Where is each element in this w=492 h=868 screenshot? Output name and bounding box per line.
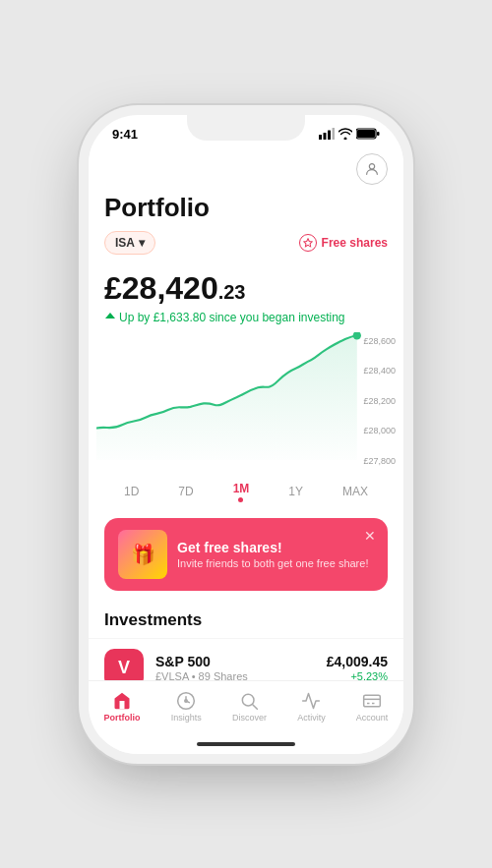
home-icon: [112, 691, 132, 711]
time-range-1m[interactable]: 1M: [229, 480, 254, 504]
nav-item-insights[interactable]: Insights: [163, 689, 210, 724]
svg-rect-13: [364, 695, 381, 707]
main-value-decimal: .23: [218, 281, 246, 303]
time-range-7d[interactable]: 7D: [174, 483, 197, 500]
time-range-1d-label: 1D: [124, 485, 139, 498]
free-shares-icon: [299, 234, 317, 252]
phone-frame: 9:41: [89, 115, 403, 754]
nav-label-insights: Insights: [171, 713, 202, 723]
promo-title: Get free shares!: [177, 540, 374, 555]
main-value: £28,420: [104, 270, 218, 306]
promo-emoji: 🎁: [131, 543, 155, 566]
free-shares-button[interactable]: Free shares: [299, 234, 388, 252]
account-icon: [362, 691, 382, 711]
account-type-label: ISA: [115, 236, 135, 250]
time-range-1y[interactable]: 1Y: [284, 483, 307, 500]
svg-rect-6: [377, 132, 380, 136]
investment-sub: £VLSA • 89 Shares: [155, 670, 315, 680]
activity-icon: [301, 691, 321, 711]
controls-row: ISA ▾ Free shares: [89, 231, 403, 266]
time-range-max[interactable]: MAX: [338, 483, 372, 500]
page-title: Portfolio: [89, 189, 403, 231]
signal-icon: [319, 128, 335, 140]
promo-close-button[interactable]: ✕: [364, 528, 376, 544]
chart-y-label-3: £28,200: [363, 396, 396, 406]
screen-content: Portfolio ISA ▾ Free shares £28,420.23: [89, 145, 403, 680]
nav-item-activity[interactable]: Activity: [289, 689, 334, 724]
home-bar: [197, 742, 295, 746]
promo-text-block: Get free shares! Invite friends to both …: [177, 540, 374, 569]
investments-section-title: Investments: [89, 603, 403, 638]
chart-y-label-2: £28,400: [363, 366, 396, 376]
svg-line-12: [253, 704, 258, 709]
nav-label-account: Account: [356, 713, 389, 723]
avatar-button[interactable]: [356, 153, 388, 185]
time-range-max-label: MAX: [342, 485, 368, 498]
nav-label-discover: Discover: [232, 713, 267, 723]
notch: [187, 115, 305, 141]
svg-rect-3: [333, 128, 336, 140]
value-change-text: Up by £1,633.80 since you began investin…: [119, 311, 345, 324]
investment-name: S&P 500: [155, 654, 315, 669]
promo-banner[interactable]: 🎁 Get free shares! Invite friends to bot…: [104, 518, 388, 591]
svg-rect-2: [328, 131, 331, 141]
nav-item-discover[interactable]: Discover: [224, 689, 275, 724]
time-range-1m-label: 1M: [233, 482, 250, 495]
investment-item-sp500[interactable]: V S&P 500 £VLSA • 89 Shares £4,009.45 +5…: [89, 638, 403, 680]
chart-y-label-5: £27,800: [363, 456, 396, 466]
promo-subtitle: Invite friends to both get one free shar…: [177, 557, 374, 569]
investment-values: £4,009.45 +5.23%: [327, 654, 388, 680]
nav-item-portfolio[interactable]: Portfolio: [96, 689, 149, 724]
active-indicator-dot: [238, 497, 243, 502]
portfolio-value: £28,420.23: [89, 266, 403, 309]
battery-icon: [356, 128, 380, 140]
account-type-selector[interactable]: ISA ▾: [104, 231, 155, 255]
chevron-down-icon: ▾: [139, 236, 145, 250]
bottom-navigation: Portfolio Insights Discover Activity: [89, 680, 403, 734]
discover-search-icon: [239, 691, 259, 711]
promo-image: 🎁: [118, 530, 167, 579]
nav-item-account[interactable]: Account: [348, 689, 397, 724]
investment-logo-letter: V: [118, 658, 130, 678]
investment-logo: V: [104, 649, 144, 680]
status-icons: [319, 128, 380, 140]
insights-icon: [176, 691, 196, 711]
investment-info: S&P 500 £VLSA • 89 Shares: [155, 654, 315, 680]
svg-rect-0: [319, 135, 322, 140]
time-range-selector: 1D 7D 1M 1Y MAX: [89, 474, 403, 506]
portfolio-chart[interactable]: [96, 332, 362, 460]
value-change: Up by £1,633.80 since you began investin…: [89, 309, 403, 332]
time-range-1d[interactable]: 1D: [120, 483, 143, 500]
chart-y-label-1: £28,600: [363, 336, 396, 346]
investment-change: +5.23%: [327, 670, 388, 680]
page-header: [89, 145, 403, 189]
chart-container: £28,600 £28,400 £28,200 £28,000 £27,800: [89, 332, 403, 470]
wifi-icon: [338, 128, 352, 140]
chart-y-label-4: £28,000: [363, 426, 396, 435]
free-shares-label: Free shares: [322, 236, 388, 250]
svg-rect-5: [357, 130, 375, 138]
nav-label-activity: Activity: [297, 713, 326, 723]
nav-label-portfolio: Portfolio: [104, 713, 141, 723]
svg-rect-1: [324, 133, 327, 140]
status-time: 9:41: [112, 127, 138, 142]
chart-y-labels: £28,600 £28,400 £28,200 £28,000 £27,800: [363, 332, 396, 470]
time-range-1y-label: 1Y: [288, 485, 303, 498]
svg-point-10: [185, 699, 188, 702]
time-range-7d-label: 7D: [178, 485, 193, 498]
home-indicator: [89, 734, 403, 754]
investment-price: £4,009.45: [327, 654, 388, 669]
svg-point-7: [369, 163, 374, 168]
arrow-up-icon: [104, 312, 116, 323]
